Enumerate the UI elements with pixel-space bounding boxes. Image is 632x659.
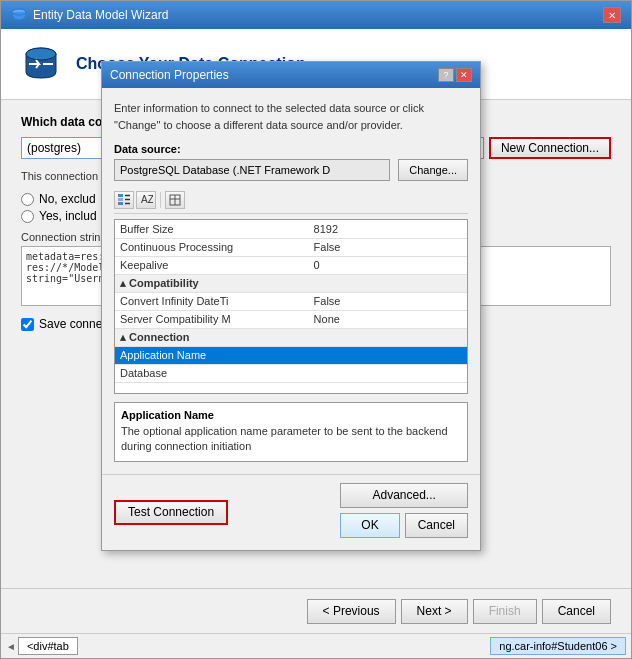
status-bar: ◄ <div#tab ng.car-info#Student06 > [1, 633, 631, 658]
table-row: Server Compatibility M None [115, 310, 467, 328]
sort-by-category-icon[interactable] [114, 191, 134, 209]
window-title: Entity Data Model Wizard [33, 8, 168, 22]
wizard-icon [21, 44, 61, 84]
props-toolbar: AZ [114, 191, 468, 214]
app-icon [11, 7, 27, 23]
next-button[interactable]: Next > [401, 599, 468, 624]
svg-rect-6 [118, 198, 123, 201]
title-bar-controls: ✕ [603, 7, 621, 23]
dialog-footer: Test Connection Advanced... OK Cancel [102, 474, 480, 550]
dialog-window: Connection Properties ? ✕ Enter informat… [101, 61, 481, 551]
datasource-row: PostgreSQL Database (.NET Framework D Ch… [114, 159, 468, 181]
advanced-button[interactable]: Advanced... [340, 483, 468, 508]
description-area: Application Name The optional applicatio… [114, 402, 468, 462]
ok-button[interactable]: OK [340, 513, 399, 538]
radio-no-label: No, exclud [39, 192, 96, 206]
table-row: Buffer Size 8192 [115, 220, 467, 238]
main-window: Entity Data Model Wizard ✕ Choose Your D… [0, 0, 632, 659]
prev-button[interactable]: < Previous [307, 599, 396, 624]
section-header-connection: ▴ Connection [115, 328, 467, 346]
dialog-controls: ? ✕ [438, 68, 472, 82]
dialog-help-button[interactable]: ? [438, 68, 454, 82]
description-title: Application Name [121, 409, 461, 421]
dialog-close-button[interactable]: ✕ [456, 68, 472, 82]
connection-dialog: Connection Properties ? ✕ Enter informat… [101, 61, 481, 551]
application-name-row[interactable]: Application Name [115, 346, 467, 364]
svg-text:AZ: AZ [141, 194, 153, 205]
dialog-content: Enter information to connect to the sele… [102, 88, 480, 474]
props-grid-container: Buffer Size 8192 Continuous Processing F… [114, 219, 468, 394]
close-button[interactable]: ✕ [603, 7, 621, 23]
props-container[interactable]: Buffer Size 8192 Continuous Processing F… [114, 219, 468, 394]
db-wizard-icon [21, 44, 61, 84]
title-bar-left: Entity Data Model Wizard [11, 7, 168, 23]
status-tab[interactable]: <div#tab [18, 637, 78, 655]
finish-button[interactable]: Finish [473, 599, 537, 624]
dialog-title: Connection Properties [110, 68, 229, 82]
props-table: Buffer Size 8192 Continuous Processing F… [115, 220, 467, 383]
radio-yes-input[interactable] [21, 210, 34, 223]
save-checkbox[interactable] [21, 318, 34, 331]
table-row: Convert Infinity DateTi False [115, 292, 467, 310]
dialog-title-bar: Connection Properties ? ✕ [102, 62, 480, 88]
description-text: The optional application name parameter … [121, 424, 461, 455]
svg-point-3 [26, 48, 56, 60]
change-button[interactable]: Change... [398, 159, 468, 181]
svg-rect-5 [118, 194, 123, 197]
dialog-action-buttons: Advanced... OK Cancel [340, 483, 468, 542]
new-connection-button[interactable]: New Connection... [489, 137, 611, 159]
table-row: Continuous Processing False [115, 238, 467, 256]
dialog-cancel-button[interactable]: Cancel [405, 513, 468, 538]
datasource-label: Data source: [114, 143, 468, 155]
wizard-footer: < Previous Next > Finish Cancel [1, 588, 631, 633]
cancel-button[interactable]: Cancel [542, 599, 611, 624]
toolbar-separator [160, 192, 161, 208]
radio-no-input[interactable] [21, 193, 34, 206]
status-right: ng.car-info#Student06 > [490, 637, 626, 655]
toolbar-icon-3[interactable] [165, 191, 185, 209]
sort-alphabetically-icon[interactable]: AZ [136, 191, 156, 209]
table-row: Database [115, 364, 467, 382]
section-header-compatibility: ▴ Compatibility [115, 274, 467, 292]
title-bar: Entity Data Model Wizard ✕ [1, 1, 631, 29]
table-row: Keepalive 0 [115, 256, 467, 274]
radio-yes-label: Yes, includ [39, 209, 97, 223]
test-connection-button[interactable]: Test Connection [114, 500, 228, 525]
dialog-intro: Enter information to connect to the sele… [114, 100, 468, 133]
datasource-value: PostgreSQL Database (.NET Framework D [114, 159, 390, 181]
svg-rect-7 [118, 202, 123, 205]
